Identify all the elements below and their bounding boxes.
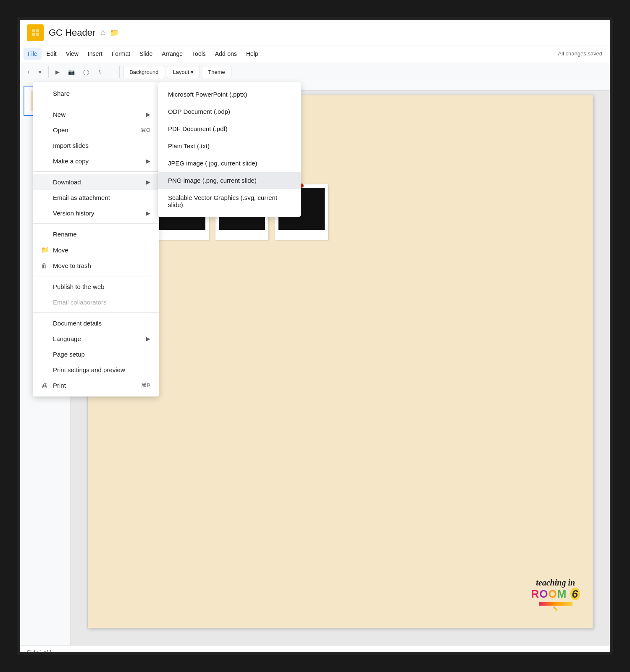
menu-share[interactable]: Share (33, 86, 159, 101)
download-submenu: Microsoft PowerPoint (.pptx) ODP Documen… (158, 82, 301, 217)
title-bar: GC Header ☆ 📁 (20, 20, 610, 45)
menu-doc-details[interactable]: Document details (33, 315, 159, 331)
menu-insert[interactable]: Insert (84, 48, 107, 60)
download-jpg[interactable]: JPEG image (.jpg, current slide) (158, 155, 301, 172)
menu-bar: File Edit View Insert Format Slide Arran… (20, 45, 610, 62)
download-txt[interactable]: Plain Text (.txt) (158, 137, 301, 155)
logo-area: teaching in ROOM 6 ✏️ (531, 578, 580, 611)
open-shortcut: ⌘O (141, 127, 150, 133)
download-svg[interactable]: Scalable Vector Graphics (.svg, current … (158, 189, 301, 213)
menu-tools[interactable]: Tools (188, 48, 210, 60)
copy-arrow: ▶ (146, 158, 150, 164)
star-icon[interactable]: ☆ (100, 28, 106, 37)
svg-rect-4 (36, 33, 39, 36)
menu-move-trash[interactable]: 🗑 Move to trash (33, 258, 159, 273)
menu-move[interactable]: 📁 Move (33, 242, 159, 258)
svg-rect-3 (32, 33, 35, 36)
trash-icon: 🗑 (41, 262, 50, 269)
title-icons: ☆ 📁 (100, 28, 119, 37)
print-icon: 🖨 (41, 382, 50, 389)
svg-rect-2 (36, 29, 39, 32)
separator-2 (33, 171, 159, 172)
line-button[interactable]: ∖ (94, 66, 105, 78)
bottom-bar: Slide 1 of 1 (20, 645, 610, 655)
menu-format[interactable]: Format (108, 48, 134, 60)
menu-language[interactable]: Language ▶ (33, 331, 159, 346)
download-pptx[interactable]: Microsoft PowerPoint (.pptx) (158, 86, 301, 103)
file-dropdown: Share New ▶ Open ⌘O Import slides Make a… (33, 82, 159, 396)
download-pdf[interactable]: PDF Document (.pdf) (158, 120, 301, 137)
dropdown-button[interactable]: ▾ (35, 66, 45, 78)
menu-import-slides[interactable]: Import slides (33, 138, 159, 153)
menu-page-setup[interactable]: Page setup (33, 346, 159, 362)
download-arrow: ▶ (146, 179, 150, 185)
toolbar-separator-1 (48, 66, 49, 78)
doc-title: GC Header (49, 27, 95, 38)
language-arrow: ▶ (146, 336, 150, 342)
move-folder-icon: 📁 (41, 246, 50, 254)
new-arrow: ▶ (146, 111, 150, 118)
menu-open[interactable]: Open ⌘O (33, 122, 159, 138)
menu-download[interactable]: Download ▶ (33, 174, 159, 190)
all-changes-status[interactable]: All changes saved (554, 48, 606, 59)
separator-5 (33, 312, 159, 313)
add-shape-button[interactable]: + (106, 66, 116, 78)
menu-rename[interactable]: Rename (33, 226, 159, 242)
shape-button[interactable]: ◯ (80, 66, 93, 78)
download-odp[interactable]: ODP Document (.odp) (158, 103, 301, 120)
folder-icon[interactable]: 📁 (110, 28, 119, 37)
separator-3 (33, 223, 159, 224)
slide-count: Slide 1 of 1 (27, 649, 52, 655)
download-png[interactable]: PNG image (.png, current slide) (158, 172, 301, 189)
menu-print-settings[interactable]: Print settings and preview (33, 362, 159, 378)
background-button[interactable]: Background (123, 66, 165, 78)
toolbar-separator-2 (119, 66, 120, 78)
menu-edit[interactable]: Edit (42, 48, 61, 60)
menu-print[interactable]: 🖨 Print ⌘P (33, 378, 159, 393)
svg-rect-0 (30, 28, 40, 38)
image-button[interactable]: 📷 (65, 66, 78, 78)
menu-arrange[interactable]: Arrange (158, 48, 187, 60)
menu-version-history[interactable]: Version history ▶ (33, 205, 159, 221)
separator-4 (33, 276, 159, 276)
menu-file[interactable]: File (24, 48, 42, 60)
menu-slide[interactable]: Slide (135, 48, 157, 60)
layout-button[interactable]: Layout ▾ (167, 66, 200, 78)
menu-help[interactable]: Help (242, 48, 262, 60)
cursor-button[interactable]: ▶ (52, 66, 63, 78)
svg-rect-1 (32, 29, 35, 32)
app-frame: GC Header ☆ 📁 File Edit View Insert Form… (17, 17, 613, 655)
add-button[interactable]: + (24, 66, 34, 78)
print-shortcut: ⌘P (141, 382, 150, 388)
menu-addons[interactable]: Add-ons (211, 48, 241, 60)
menu-publish[interactable]: Publish to the web (33, 279, 159, 294)
menu-email-attachment[interactable]: Email as attachment (33, 190, 159, 205)
version-arrow: ▶ (146, 210, 150, 216)
separator-1 (33, 104, 159, 104)
menu-email-collab: Email collaborators (33, 294, 159, 310)
menu-make-copy[interactable]: Make a copy ▶ (33, 153, 159, 169)
theme-button[interactable]: Theme (202, 66, 231, 78)
menu-new[interactable]: New ▶ (33, 107, 159, 122)
toolbar: + ▾ ▶ 📷 ◯ ∖ + Background Layout ▾ Theme (20, 62, 610, 82)
menu-view[interactable]: View (62, 48, 83, 60)
app-icon (27, 24, 44, 41)
